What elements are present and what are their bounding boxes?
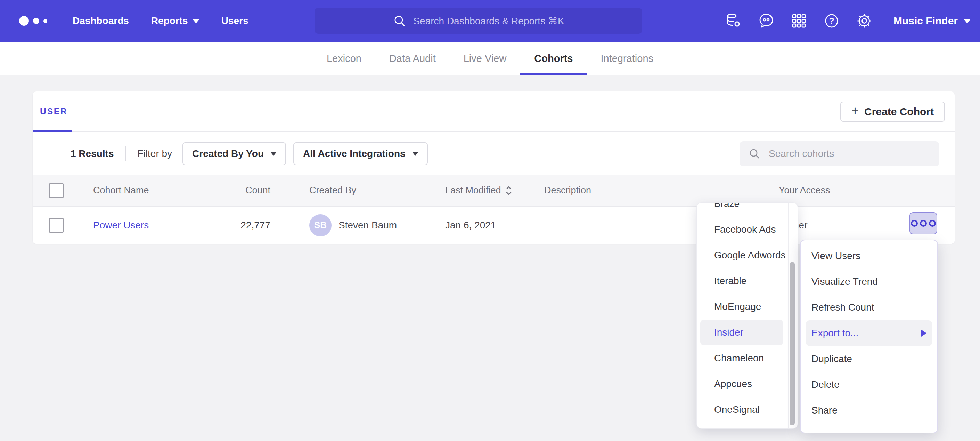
feedback-icon[interactable] [758, 13, 775, 29]
logo-dot [43, 19, 47, 23]
submenu-item-insider[interactable]: Insider [700, 320, 783, 345]
primary-nav: Dashboards Reports Users [73, 15, 248, 26]
create-cohort-label: Create Cohort [864, 106, 934, 118]
project-switcher[interactable]: Music Finder [894, 15, 970, 27]
app-root: Dashboards Reports Users Search Dashboar… [0, 0, 980, 441]
tab-data-audit[interactable]: Data Audit [375, 42, 450, 75]
search-icon [748, 147, 761, 160]
nav-users-label: Users [221, 15, 248, 26]
nav-reports-label: Reports [151, 15, 188, 26]
export-destinations-submenu: Braze Facebook Ads Google Adwords Iterab… [697, 203, 797, 428]
section-tabs: Lexicon Data Audit Live View Cohorts Int… [0, 42, 980, 75]
sort-icon [504, 186, 513, 195]
filter-toolbar: 1 Results Filter by Created By You All A… [33, 132, 955, 175]
submenu-item-facebook-ads[interactable]: Facebook Ads [697, 217, 797, 243]
top-navbar: Dashboards Reports Users Search Dashboar… [0, 0, 980, 42]
cohort-type-tabbar: USER + Create Cohort [33, 91, 955, 132]
submenu-item-chameleon[interactable]: Chameleon [697, 345, 797, 371]
submenu-arrow-icon [921, 330, 926, 337]
data-settings-icon[interactable] [725, 13, 742, 29]
submenu-item-iterable[interactable]: Iterable [697, 268, 797, 294]
table-header: Cohort Name Count Created By Last Modifi… [33, 175, 955, 206]
settings-icon[interactable] [856, 13, 873, 29]
tab-integrations[interactable]: Integrations [587, 42, 668, 75]
nav-dashboards-label: Dashboards [73, 15, 129, 26]
table-row[interactable]: Power Users 22,777 SB Steven Baum Jan 6,… [33, 206, 955, 244]
tab-user-cohorts[interactable]: USER [40, 106, 67, 117]
logo-dot [33, 18, 39, 24]
tab-label: Data Audit [389, 53, 436, 64]
export-destinations-list: Braze Facebook Ads Google Adwords Iterab… [697, 203, 797, 423]
mixpanel-logo[interactable] [19, 16, 51, 26]
integrations-filter-dropdown[interactable]: All Active Integrations [293, 142, 428, 165]
created-by-filter-dropdown[interactable]: Created By You [183, 142, 286, 165]
tab-label: Live View [464, 53, 507, 64]
results-count: 1 Results [70, 148, 114, 159]
submenu-item-moengage[interactable]: MoEngage [697, 294, 797, 320]
menu-item-refresh-count[interactable]: Refresh Count [801, 295, 937, 320]
tab-label: Cohorts [534, 53, 573, 64]
divider [126, 146, 126, 161]
cohort-search-input[interactable] [768, 148, 922, 160]
column-created-by[interactable]: Created By [309, 185, 414, 196]
tab-cohorts[interactable]: Cohorts [520, 42, 587, 75]
global-search-bar[interactable]: Search Dashboards & Reports ⌘K [315, 8, 642, 34]
submenu-item-onesignal[interactable]: OneSignal [697, 397, 797, 423]
menu-item-view-users[interactable]: View Users [801, 243, 937, 269]
chevron-down-icon [271, 152, 276, 156]
ellipsis-icon [920, 220, 927, 227]
integrations-filter-value: All Active Integrations [303, 148, 406, 159]
menu-item-export-to[interactable]: Export to... [806, 320, 932, 346]
cohort-search-box [740, 141, 939, 166]
submenu-item-braze[interactable]: Braze [697, 203, 797, 217]
column-cohort-name[interactable]: Cohort Name [93, 185, 208, 196]
tab-label: Lexicon [327, 53, 361, 64]
tab-live-view[interactable]: Live View [450, 42, 520, 75]
nav-dashboards[interactable]: Dashboards [73, 15, 129, 26]
project-name: Music Finder [894, 15, 958, 27]
column-last-modified[interactable]: Last Modified [445, 185, 536, 196]
cohort-actions-menu: View Users Visualize Trend Refresh Count… [800, 240, 938, 433]
scrollbar-thumb[interactable] [789, 262, 795, 425]
created-by-filter-value: Created By You [192, 148, 264, 159]
column-count[interactable]: Count [208, 185, 270, 196]
menu-item-delete[interactable]: Delete [801, 372, 937, 398]
column-last-modified-label: Last Modified [445, 185, 501, 196]
global-search-placeholder: Search Dashboards & Reports ⌘K [413, 15, 564, 27]
column-description[interactable]: Description [544, 185, 753, 196]
created-by-name: Steven Baum [339, 220, 397, 231]
scrollbar-track [788, 203, 789, 428]
select-all-checkbox[interactable] [49, 183, 64, 198]
row-checkbox[interactable] [49, 218, 64, 233]
submenu-item-appcues[interactable]: Appcues [697, 371, 797, 397]
create-cohort-button[interactable]: + Create Cohort [840, 102, 945, 122]
tab-lexicon[interactable]: Lexicon [313, 42, 375, 75]
row-actions-button[interactable] [910, 212, 937, 235]
menu-item-duplicate[interactable]: Duplicate [801, 346, 937, 372]
cohorts-panel: USER + Create Cohort 1 Results Filter by… [33, 91, 955, 244]
cohort-count: 22,777 [208, 220, 270, 231]
column-your-access[interactable]: Your Access [779, 185, 883, 196]
question-mark-glyph: ? [829, 16, 834, 26]
nav-users[interactable]: Users [221, 15, 248, 26]
chevron-down-icon [412, 152, 418, 156]
menu-item-export-to-label: Export to... [811, 328, 858, 339]
topbar-actions: ? Music Finder [725, 0, 970, 42]
menu-item-share[interactable]: Share [801, 398, 937, 423]
cohort-name-link[interactable]: Power Users [93, 220, 149, 230]
nav-reports[interactable]: Reports [151, 15, 199, 26]
help-icon[interactable]: ? [823, 13, 840, 29]
chevron-down-icon [964, 19, 970, 23]
avatar: SB [309, 214, 331, 236]
ellipsis-icon [911, 220, 918, 227]
logo-dot [19, 16, 29, 26]
tab-label: Integrations [601, 53, 654, 64]
ellipsis-icon [929, 220, 936, 227]
chevron-down-icon [193, 19, 199, 23]
last-modified-date: Jan 6, 2021 [445, 220, 536, 231]
active-tab-underline [33, 130, 72, 132]
submenu-item-google-adwords[interactable]: Google Adwords [697, 243, 797, 268]
search-icon [392, 14, 407, 28]
menu-item-visualize-trend[interactable]: Visualize Trend [801, 269, 937, 295]
apps-grid-icon[interactable] [791, 13, 807, 29]
